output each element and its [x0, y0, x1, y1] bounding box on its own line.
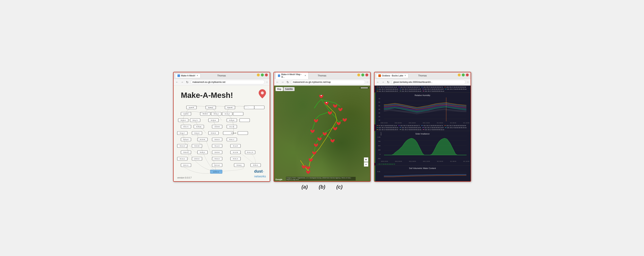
mesh-title: Make-A-Mesh!: [181, 91, 233, 100]
tab-close-a[interactable]: ✕: [196, 74, 198, 77]
maximize-button-b[interactable]: □: [361, 74, 364, 76]
label-c: (c): [336, 184, 342, 190]
tab-title-c: Grafana - Bucks Lake: [382, 74, 403, 77]
tab-b[interactable]: Make-A-Mesh! Map - 3i... ✕: [276, 72, 308, 79]
map-pin-icon: [259, 89, 266, 98]
map-view-button[interactable]: Map: [276, 87, 283, 91]
legend-item-m6: s3x: 00-17-0d-00-00-60-1a-f0: [400, 127, 421, 128]
legend-label-s5: s3x: 00-17-0d-00-00-60-1a-f0: [402, 88, 421, 90]
maximize-button-c[interactable]: □: [462, 74, 465, 76]
solar-y-axis: 1.0K 750 500 250 0 -250: [376, 136, 381, 162]
svg-rect-10: [233, 112, 243, 116]
legend-color-s2: [421, 87, 423, 87]
legend-color-s5: [400, 89, 401, 89]
zoom-in-button[interactable]: +: [364, 158, 368, 162]
reload-button-b[interactable]: ↻: [286, 80, 290, 84]
humidity-x-axis: 8/30 16:00 8/31 00:00 8/31 08:00 8/31 16…: [381, 122, 470, 124]
tab-c[interactable]: Grafana - Bucks Lake ✕: [376, 74, 408, 78]
svg-rect-4: [244, 106, 254, 109]
close-button-c[interactable]: ✕: [466, 74, 469, 76]
legend-label-s3: s3x: 00-17-0d-00-00-38-9d-9d: [446, 86, 466, 88]
bookmark-icon-a[interactable]: ☆: [266, 81, 268, 84]
svg-line-111: [318, 99, 321, 103]
svg-text:60-01-e8: 60-01-e8: [214, 164, 220, 166]
forward-button-c[interactable]: →: [381, 80, 385, 84]
close-button-b[interactable]: ✕: [365, 74, 368, 76]
legend-label-s7: s3x: 00-17-0d-00-00-60-25-ee: [447, 88, 466, 90]
close-button-a[interactable]: ✕: [265, 74, 268, 76]
svg-text:60-25-48: 60-25-48: [196, 126, 201, 127]
satellite-view-button[interactable]: Satellite: [284, 87, 294, 91]
minimize-button-c[interactable]: −: [458, 74, 461, 76]
label-a: (a): [302, 184, 308, 190]
tab-close-b[interactable]: ✕: [304, 74, 306, 77]
svg-text:60-2e-b8: 60-2e-b8: [227, 107, 232, 108]
svg-line-89: [326, 106, 330, 112]
forward-button-a[interactable]: →: [180, 80, 184, 84]
legend-item-m3: s3x: 00-17-0d-00-00-38-3d-7d: [421, 125, 443, 126]
zoom-out-button[interactable]: −: [364, 162, 368, 166]
humidity-chart-wrapper: 70 60 50 40 30 20 10: [376, 98, 470, 124]
svg-text:30-12-56: 30-12-56: [233, 152, 238, 153]
svg-text:30-1r-32: 30-1r-32: [229, 126, 234, 127]
svg-text:60-1a-f5: 60-1a-f5: [233, 145, 238, 146]
tab-a[interactable]: Make-A-Mesh! ✕: [175, 74, 200, 78]
window-controls-a: − □ ✕: [257, 74, 268, 76]
map-copyright: Imagery ©2017, DigitalGlobe, U.S. Geolog…: [286, 177, 356, 180]
dust-logo: dust··networks: [254, 169, 266, 178]
bookmark-icon-c[interactable]: ☆: [467, 81, 469, 84]
svg-text:60-29-48: 60-29-48: [200, 139, 205, 140]
url-field-a[interactable]: [190, 80, 265, 84]
legend-item-m1: rh: 00-17-0d-00-00-60-1e-af: [377, 125, 397, 126]
legend-item-m10: s3x: 00-17-0d-00-00-60-2a-4d: [400, 129, 421, 130]
maximize-button-a[interactable]: □: [261, 74, 264, 76]
window-controls-c: − □ ✕: [458, 74, 469, 76]
address-bar-c: ← → ↻ ☆: [374, 79, 470, 86]
minimize-button-a[interactable]: −: [257, 74, 260, 76]
svg-text:55-2c-1-70: 55-2c-1-70: [247, 152, 253, 153]
panel-indicator-soil: [374, 166, 375, 181]
svg-text:60-2a-4d: 60-2a-4d: [229, 120, 234, 121]
soil-chart-wrapper: 0.30: [376, 170, 470, 181]
reload-button-c[interactable]: ↻: [386, 80, 390, 84]
back-button-a[interactable]: ←: [175, 80, 179, 84]
bookmark-icon-b[interactable]: ☆: [366, 81, 369, 84]
legend-label-s10: s3x: 00-17-0d-00-00-60-2a-ce: [425, 90, 444, 92]
svg-line-101: [328, 136, 332, 140]
legend-item-s10: s3x: 00-17-0d-00-00-60-2a-ce: [423, 90, 444, 92]
legend-item-m4: s3x: 00-17-0d-00-00-38-9d-9d: [444, 125, 466, 126]
url-field-c[interactable]: [392, 80, 466, 84]
grafana-legend-top: rh: 00-17-0d-00-00-60-1e-af s3x: 00-17-0…: [374, 86, 470, 92]
legend-item-m9: s3x: 00-17-0d-00-00-60-29-37: [377, 129, 398, 130]
solar-chart-area: 8/30 16:00 8/31 00:00 8/31 08:00 8/31 16…: [381, 136, 470, 162]
svg-text:60-01-11: 60-01-11: [183, 164, 188, 166]
svg-text:55-0b-01: 55-0b-01: [253, 164, 258, 166]
svg-line-114: [328, 101, 335, 103]
reload-button-a[interactable]: ↻: [185, 80, 189, 84]
svg-line-121: [335, 113, 337, 120]
soil-chart-title: Soil Volumetric Water Content: [376, 166, 470, 170]
minimize-button-b[interactable]: −: [357, 74, 360, 76]
legend-label-s9: s3x: 00-17-0d-00-00-60-2a-4d: [402, 90, 421, 92]
url-field-b[interactable]: [291, 80, 365, 84]
solar-panel: Solar Irradiance 1.0K 750 500 250 0 -250: [374, 131, 470, 163]
svg-text:60-0a-46: 60-0a-46: [189, 107, 194, 108]
legend-color-s4: [377, 89, 378, 89]
forward-button-b[interactable]: →: [281, 80, 285, 84]
tab-title-b: Make-A-Mesh! Map - 3i...: [281, 73, 303, 78]
solar-x-axis: 8/30 16:00 8/31 00:00 8/31 08:00 8/31 16…: [381, 160, 470, 162]
legend-item-m11: s3x: 00-17-0d-00-00-60-2a-ce: [423, 129, 444, 130]
browser-window-b: Make-A-Mesh! Map - 3i... ✕ Thomas − □ ✕ …: [274, 72, 371, 182]
soil-panel: Soil Volumetric Water Content 0.30: [374, 166, 470, 181]
grafana-dashboard: rh: 00-17-0d-00-00-60-1e-af s3x: 00-17-0…: [374, 86, 470, 181]
tab-title-a: Make-A-Mesh!: [181, 74, 196, 77]
map-view[interactable]: Map Satellite: [274, 86, 370, 181]
legend-item-s5: s3x: 00-17-0d-00-00-60-1a-f0: [400, 88, 421, 90]
main-container: Make-A-Mesh! ✕ Thomas − □ ✕ ← → ↻ ☆: [168, 66, 477, 182]
tab-close-c[interactable]: ✕: [404, 74, 406, 77]
address-bar-a: ← → ↻ ☆: [174, 79, 270, 86]
user-name-a: Thomas: [217, 74, 226, 77]
svg-point-0: [261, 92, 264, 94]
back-button-b[interactable]: ←: [276, 80, 280, 84]
back-button-c[interactable]: ←: [376, 80, 380, 84]
